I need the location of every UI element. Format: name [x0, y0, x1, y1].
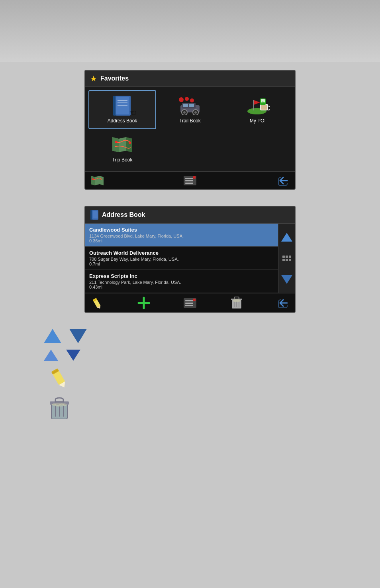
scroll-down-triangle	[281, 275, 292, 284]
list-with-scroll: Candlewood Suites 1134 Greenwood Blvd, L…	[85, 224, 295, 293]
svg-point-13	[183, 111, 186, 114]
large-down-triangle-preview[interactable]	[69, 329, 87, 343]
dot-2	[286, 256, 288, 258]
pencil-preview-row	[48, 367, 71, 390]
dot-3	[289, 256, 291, 258]
svg-point-6	[179, 97, 184, 102]
entry-2-name: Outreach World Deliverance	[89, 250, 274, 256]
trash-icon	[230, 296, 243, 310]
top-bar	[0, 0, 380, 62]
large-up-triangle-preview[interactable]	[44, 329, 61, 343]
addressbook-panel: Address Book Candlewood Suites 1134 Gree…	[84, 206, 296, 313]
trail-book-icon	[178, 96, 202, 115]
pencil-preview-icon[interactable]	[48, 367, 71, 390]
list-icon-ab	[183, 297, 197, 309]
trash-preview-icon[interactable]	[48, 397, 71, 421]
svg-rect-52	[193, 299, 196, 301]
large-down-tri	[69, 329, 87, 343]
entry-3-name: Express Scripts Inc	[89, 273, 274, 279]
svg-point-14	[194, 111, 197, 114]
map-toolbar-icon[interactable]	[90, 175, 104, 187]
back-toolbar-icon[interactable]	[276, 175, 290, 187]
small-triangles-row	[44, 350, 80, 361]
large-triangles-row	[44, 329, 87, 343]
scroll-dots	[282, 256, 291, 261]
favorites-title: Favorites	[100, 75, 129, 82]
svg-rect-56	[234, 297, 239, 299]
entry-1-distance: 0.36mi	[89, 238, 274, 243]
map-icon	[90, 175, 104, 186]
entry-3-address: 211 Technology Park, Lake Mary, Florida,…	[89, 280, 274, 285]
scroll-up-triangle	[281, 233, 292, 242]
entry-2-distance: 0.7mi	[89, 262, 274, 266]
entry-1-address: 1134 Greenwood Blvd, Lake Mary, Florida,…	[89, 234, 274, 238]
svg-rect-21	[261, 105, 267, 110]
trash-preview-svg	[48, 397, 71, 421]
address-entry-1[interactable]: Candlewood Suites 1134 Greenwood Blvd, L…	[85, 224, 278, 247]
svg-rect-35	[185, 180, 193, 181]
fav-item-my-poi[interactable]: G My POI	[224, 90, 292, 129]
svg-rect-16	[189, 104, 194, 107]
svg-point-32	[92, 178, 94, 180]
dot-6	[289, 259, 291, 261]
trip-book-icon	[111, 136, 134, 154]
entry-2-address: 708 Sugar Bay Way, Lake Mary, Florida, U…	[89, 257, 274, 262]
svg-point-7	[185, 97, 189, 101]
dot-4	[282, 259, 285, 261]
trash-preview-row	[48, 397, 71, 421]
back-ab-button[interactable]	[276, 297, 290, 309]
fav-label-trail-book: Trail Book	[179, 118, 201, 124]
scroll-up-button[interactable]	[280, 231, 294, 243]
scroll-down-button[interactable]	[280, 273, 294, 285]
delete-button[interactable]	[229, 297, 244, 309]
list-icon	[183, 175, 197, 186]
dot-5	[286, 259, 288, 261]
favorites-grid: ☞ Address Book	[85, 87, 295, 171]
svg-marker-26	[112, 137, 119, 152]
svg-rect-37	[193, 176, 196, 179]
svg-marker-19	[254, 100, 260, 105]
address-entry-2[interactable]: Outreach World Deliverance 708 Sugar Bay…	[85, 247, 278, 270]
svg-point-28	[115, 141, 118, 143]
dot-1	[282, 256, 285, 258]
star-icon: ★	[90, 74, 97, 83]
address-entry-3[interactable]: Express Scripts Inc 211 Technology Park,…	[85, 270, 278, 293]
my-poi-icon-container: G	[246, 96, 270, 116]
small-down-triangle-preview[interactable]	[66, 350, 80, 361]
add-button[interactable]	[137, 297, 151, 309]
list-toolbar-icon[interactable]	[183, 175, 197, 187]
pencil-icon	[90, 297, 104, 309]
trip-book-icon-container	[110, 135, 134, 155]
svg-rect-2	[116, 97, 129, 114]
small-down-tri	[66, 350, 80, 361]
svg-marker-31	[91, 176, 95, 185]
addressbook-toolbar	[85, 293, 295, 312]
content-area: ★ Favorites	[0, 62, 380, 429]
favorites-header: ★ Favorites	[85, 71, 295, 87]
svg-rect-51	[185, 305, 193, 306]
svg-rect-36	[185, 183, 193, 184]
small-up-triangle-preview[interactable]	[44, 350, 58, 361]
fav-item-address-book[interactable]: ☞ Address Book	[88, 90, 156, 129]
list-button[interactable]	[183, 297, 197, 309]
svg-marker-27	[126, 137, 132, 152]
svg-rect-15	[183, 104, 188, 107]
pencil-preview-svg	[48, 367, 71, 390]
svg-rect-50	[185, 303, 193, 304]
fav-label-trip-book: Trip Book	[112, 157, 133, 163]
favorites-panel: ★ Favorites	[84, 70, 296, 190]
cursor-icon: ☞	[129, 108, 136, 118]
address-book-icon-container: ☞	[110, 96, 134, 116]
scroll-controls	[278, 224, 295, 293]
back-arrow-icon	[277, 175, 289, 186]
fav-label-my-poi: My POI	[250, 118, 266, 124]
fav-item-trail-book[interactable]: Trail Book	[156, 90, 224, 129]
svg-rect-49	[185, 300, 193, 301]
favorites-toolbar	[85, 171, 295, 189]
address-list: Candlewood Suites 1134 Greenwood Blvd, L…	[85, 224, 278, 293]
entry-1-name: Candlewood Suites	[89, 227, 274, 233]
edit-button[interactable]	[90, 297, 104, 309]
trail-book-icon-container	[178, 96, 202, 116]
fav-item-trip-book[interactable]: Trip Book	[88, 129, 156, 168]
svg-rect-40	[93, 211, 98, 218]
